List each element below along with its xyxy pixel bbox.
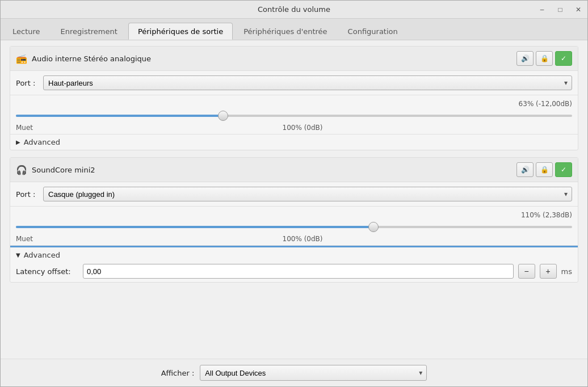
minimize-button[interactable]: – (533, 1, 551, 19)
tab-bar: Lecture Enregistrement Périphériques de … (1, 19, 587, 40)
device2-port-select-wrapper: Casque (plugged in) (43, 187, 572, 201)
device2-section: 🎧 SoundCore mini2 🔊 🔒 ✓ Port : (10, 157, 578, 283)
window-title: Contrôle du volume (258, 5, 330, 14)
volume-icon: 🔊 (521, 54, 530, 62)
device1-port-row: Port : Haut-parleurs Casque (10, 71, 578, 95)
device2-volume-icon-btn[interactable]: 🔊 (516, 162, 534, 177)
device2-icon: 🎧 (16, 165, 27, 175)
device2-100-label: 100% (0dB) (283, 235, 323, 243)
device2-lock-btn[interactable]: 🔒 (536, 162, 553, 177)
device2-volume-slider[interactable] (16, 226, 572, 228)
device1-volume-icon-btn[interactable]: 🔊 (516, 51, 534, 66)
lock-icon2: 🔒 (540, 166, 549, 174)
close-button[interactable]: ✕ (569, 1, 587, 19)
lock-icon: 🔒 (540, 54, 549, 62)
device1-100-label: 100% (0dB) (283, 124, 323, 132)
device2-volume-labels: Muet 100% (0dB) (16, 235, 572, 243)
title-bar: Contrôle du volume – □ ✕ (1, 1, 587, 19)
device1-advanced-section: ▶ Advanced (10, 134, 578, 150)
device2-advanced-section: ▼ Advanced Latency offset: − + ms (10, 247, 578, 282)
device2-header: 🎧 SoundCore mini2 🔊 🔒 ✓ (10, 158, 578, 182)
latency-plus-btn[interactable]: + (540, 264, 557, 279)
device2-volume-percent: 110% (2,38dB) (521, 211, 572, 219)
device1-slider-wrapper (16, 109, 572, 123)
device2-volume-area: 110% (2,38dB) Muet 100% (0dB) (10, 207, 578, 246)
device1-volume-area: 63% (-12,00dB) Muet 100% (0dB) (10, 95, 578, 134)
device2-mute-label: Muet (16, 235, 33, 243)
latency-unit: ms (561, 267, 572, 276)
tab-configuration[interactable]: Configuration (338, 23, 408, 40)
tab-lecture[interactable]: Lecture (3, 23, 50, 40)
device1-volume-slider[interactable] (16, 115, 572, 117)
device1-icon: 📻 (16, 53, 27, 64)
check-icon: ✓ (561, 54, 566, 62)
tab-sortie[interactable]: Périphériques de sortie (128, 23, 233, 40)
afficher-label: Afficher : (161, 369, 195, 377)
device1-volume-top: 63% (-12,00dB) (16, 100, 572, 108)
device1-port-select[interactable]: Haut-parleurs Casque (43, 75, 572, 90)
device1-section: 📻 Audio interne Stéréo analogique 🔊 🔒 ✓ … (10, 46, 578, 150)
maximize-button[interactable]: □ (551, 1, 569, 19)
device2-advanced-arrow: ▼ (16, 252, 20, 258)
device1-volume-percent: 63% (-12,00dB) (519, 100, 572, 108)
device2-port-row: Port : Casque (plugged in) (10, 182, 578, 207)
main-window: Contrôle du volume – □ ✕ Lecture Enregis… (0, 0, 588, 387)
volume-icon2: 🔊 (521, 166, 530, 174)
device2-port-label: Port : (16, 190, 39, 199)
afficher-select[interactable]: All Output Devices Hardware Output Devic… (200, 365, 427, 381)
window-controls: – □ ✕ (533, 1, 587, 19)
tab-enregistrement[interactable]: Enregistrement (51, 23, 127, 40)
device2-advanced-label: Advanced (24, 251, 60, 259)
device2-port-select[interactable]: Casque (plugged in) (43, 187, 572, 201)
device1-lock-btn[interactable]: 🔒 (536, 51, 553, 66)
device2-check-btn[interactable]: ✓ (555, 162, 572, 177)
device1-volume-labels: Muet 100% (0dB) (16, 124, 572, 132)
tab-entree[interactable]: Périphériques d'entrée (234, 23, 337, 40)
latency-label: Latency offset: (16, 267, 78, 276)
device1-port-label: Port : (16, 79, 39, 87)
device1-name: Audio interne Stéréo analogique (32, 54, 516, 63)
device1-controls: 🔊 🔒 ✓ (516, 51, 572, 66)
device2-advanced-toggle[interactable]: ▼ Advanced (16, 251, 572, 259)
device1-advanced-arrow: ▶ (16, 139, 20, 145)
device1-header: 📻 Audio interne Stéréo analogique 🔊 🔒 ✓ (10, 47, 578, 71)
device1-port-select-wrapper: Haut-parleurs Casque (43, 75, 572, 90)
device1-check-btn[interactable]: ✓ (555, 51, 572, 66)
device1-advanced-label: Advanced (24, 138, 60, 146)
device2-controls: 🔊 🔒 ✓ (516, 162, 572, 177)
latency-minus-btn[interactable]: − (518, 264, 535, 279)
device2-slider-wrapper (16, 220, 572, 234)
device2-volume-top: 110% (2,38dB) (16, 211, 572, 219)
afficher-select-wrapper: All Output Devices Hardware Output Devic… (200, 365, 427, 381)
device2-name: SoundCore mini2 (32, 166, 516, 174)
device1-advanced-toggle[interactable]: ▶ Advanced (16, 138, 572, 146)
device1-mute-label: Muet (16, 124, 33, 132)
main-content: 📻 Audio interne Stéréo analogique 🔊 🔒 ✓ … (1, 40, 587, 359)
device2-advanced-content: Latency offset: − + ms (16, 264, 572, 279)
bottom-bar: Afficher : All Output Devices Hardware O… (1, 359, 587, 386)
latency-input[interactable] (83, 264, 514, 279)
check-icon2: ✓ (561, 166, 566, 174)
